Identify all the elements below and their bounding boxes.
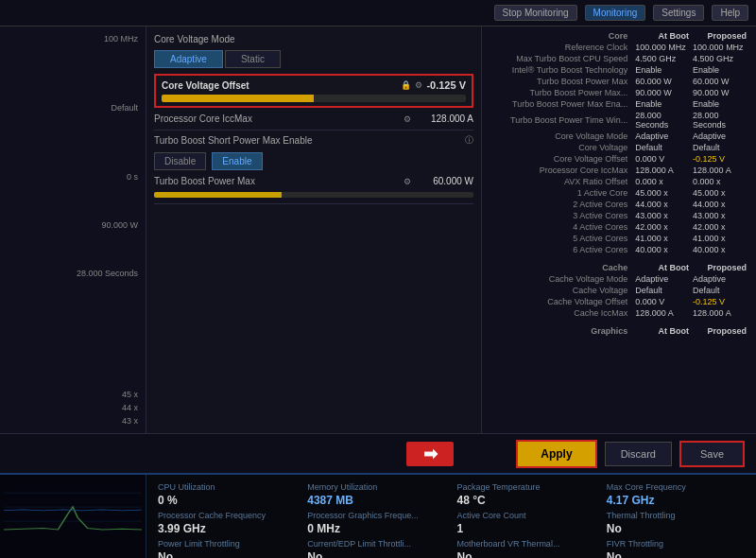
core-voltage-offset-label: Core Voltage Offset xyxy=(162,80,249,91)
cache-at-boot-header: At Boot xyxy=(633,262,691,273)
table-row: Core Voltage Offset0.000 V-0.125 V xyxy=(490,153,748,165)
stat-value-power-limit: No xyxy=(158,550,296,558)
row-at-boot: Adaptive xyxy=(633,131,691,142)
row-at-boot: 90.000 W xyxy=(633,87,691,98)
cpu-graph-svg xyxy=(4,479,142,535)
voltage-offset-slider[interactable] xyxy=(162,95,466,102)
power-max-slider[interactable] xyxy=(154,192,473,198)
row-at-boot: 0.000 V xyxy=(633,296,691,307)
stat-label-graphics-freq: Processor Graphics Freque... xyxy=(307,511,445,520)
help-btn[interactable]: Help xyxy=(712,5,748,21)
turbo-boost-short-label: Turbo Boost Short Power Max Enable xyxy=(154,135,459,146)
cache-proposed-header: Proposed xyxy=(691,262,748,273)
stat-value-edp: No xyxy=(307,550,445,558)
table-row: Turbo Boost Power Time Win...28.000 Seco… xyxy=(490,110,748,131)
power-icon: ⚙ xyxy=(404,177,411,186)
table-row: 2 Active Cores44.000 x44.000 x xyxy=(490,199,748,210)
row-at-boot: 40.000 x xyxy=(633,244,691,255)
right-panel: Core At Boot Proposed Reference Clock100… xyxy=(482,26,756,433)
save-button[interactable]: Save xyxy=(679,441,745,467)
stat-value-graphics-freq: 0 MHz xyxy=(307,522,445,535)
table-row: 6 Active Cores40.000 x40.000 x xyxy=(490,244,748,255)
discard-button[interactable]: Discard xyxy=(605,442,672,466)
row-proposed: 100.000 MHz xyxy=(691,42,748,53)
info-table: Core At Boot Proposed Reference Clock100… xyxy=(490,30,748,337)
row-at-boot: 4.500 GHz xyxy=(633,53,691,64)
divider-1 xyxy=(154,130,473,131)
info-icon: ⚙ xyxy=(415,80,422,90)
bottom-graph: 5 Minutes xyxy=(0,475,146,558)
apply-button[interactable]: Apply xyxy=(516,440,596,468)
action-bar: ➡ Apply Discard Save xyxy=(0,433,756,473)
row-proposed: Enable xyxy=(691,98,748,110)
row-label: Processor Core IccMax xyxy=(490,165,633,176)
stat-package-temp: Package Temperature 48 °C xyxy=(457,482,595,507)
row-at-boot: 0.000 x xyxy=(633,176,691,187)
stat-value-thermal: No xyxy=(607,522,745,535)
main-layout: 100 MHz Default 0 s 90.000 W 28.000 Seco… xyxy=(0,26,756,433)
stat-cache-freq: Processor Cache Frequency 3.99 GHz xyxy=(158,511,296,535)
row-label: Turbo Boost Power Max... xyxy=(490,87,633,98)
at-boot-header: At Boot xyxy=(633,30,691,42)
sidebar-label-43x: 43 x xyxy=(4,416,142,426)
core-voltage-offset-box: Core Voltage Offset 🔒 ⚙ -0.125 V xyxy=(154,74,473,108)
static-btn[interactable]: Static xyxy=(225,50,281,68)
sidebar-label-0s: 0 s xyxy=(4,172,142,182)
table-row: Turbo Boost Power Max60.000 W60.000 W xyxy=(490,76,748,87)
enable-disable-group: Disable Enable xyxy=(154,152,473,170)
turbo-boost-power-row: Turbo Boost Power Max ⚙ 60.000 W xyxy=(154,176,473,186)
enable-btn[interactable]: Enable xyxy=(212,152,262,170)
table-row: Cache Voltage Offset0.000 V-0.125 V xyxy=(490,296,748,307)
stat-value-memory: 4387 MB xyxy=(307,494,445,507)
core-voltage-offset-value: -0.125 V xyxy=(426,79,466,91)
adaptive-btn[interactable]: Adaptive xyxy=(154,50,223,68)
graphics-at-boot-header: At Boot xyxy=(633,325,691,337)
row-at-boot: 43.000 x xyxy=(633,210,691,221)
row-proposed: 41.000 x xyxy=(691,233,748,244)
table-row: Turbo Boost Power Max...90.000 W90.000 W xyxy=(490,87,748,98)
left-sidebar: 100 MHz Default 0 s 90.000 W 28.000 Seco… xyxy=(0,26,146,433)
row-proposed: 0.000 x xyxy=(691,176,748,187)
row-label: Max Turbo Boost CPU Speed xyxy=(490,53,633,64)
monitoring-btn[interactable]: Monitoring xyxy=(585,5,646,21)
stat-label-temp: Package Temperature xyxy=(457,482,595,492)
disable-btn[interactable]: Disable xyxy=(154,152,206,170)
table-row: Cache Voltage ModeAdaptiveAdaptive xyxy=(490,273,748,285)
row-label: Turbo Boost Power Max xyxy=(490,76,633,87)
sidebar-label-seconds: 28.000 Seconds xyxy=(4,269,142,278)
core-header-row: Core At Boot Proposed xyxy=(490,30,748,42)
row-label: Turbo Boost Power Time Win... xyxy=(490,110,633,131)
row-proposed: Enable xyxy=(691,64,748,76)
sidebar-label-default: Default xyxy=(4,103,142,113)
row-label: Cache Voltage xyxy=(490,285,633,296)
row-proposed-highlight: -0.125 V xyxy=(691,296,748,307)
row-label: 2 Active Cores xyxy=(490,199,633,210)
row-label: Cache Voltage Offset xyxy=(490,296,633,307)
row-label: Cache IccMax xyxy=(490,307,633,319)
row-label: Turbo Boost Power Max Ena... xyxy=(490,98,633,110)
stat-value-cpu: 0 % xyxy=(158,494,296,507)
processor-iccmax-value: 128.000 A xyxy=(417,113,473,124)
row-proposed: 44.000 x xyxy=(691,199,748,210)
settings-btn[interactable]: Settings xyxy=(653,5,704,21)
row-label: 4 Active Cores xyxy=(490,221,633,233)
stat-label-power-limit: Power Limit Throttling xyxy=(158,539,296,549)
stat-label-thermal: Thermal Throttling xyxy=(607,511,745,520)
graphics-section-label: Graphics xyxy=(490,325,633,337)
row-proposed: 128.000 A xyxy=(691,165,748,176)
stat-label-mobo: Motherboard VR Thermal... xyxy=(457,539,595,549)
table-row: 5 Active Cores41.000 x41.000 x xyxy=(490,233,748,244)
stop-monitoring-btn[interactable]: Stop Monitoring xyxy=(494,5,577,21)
stat-graphics-freq: Processor Graphics Freque... 0 MHz xyxy=(307,511,445,535)
adaptive-static-toggle: Adaptive Static xyxy=(154,50,473,68)
row-proposed: 128.000 A xyxy=(691,307,748,319)
row-at-boot: Adaptive xyxy=(633,273,691,285)
graphics-proposed-header: Proposed xyxy=(691,325,748,337)
row-proposed: Default xyxy=(691,285,748,296)
turbo-boost-short-row: Turbo Boost Short Power Max Enable ⓘ xyxy=(154,134,473,147)
turbo-short-info-icon: ⓘ xyxy=(465,134,473,147)
row-label: 3 Active Cores xyxy=(490,210,633,221)
stat-label-memory: Memory Utilization xyxy=(307,482,445,492)
stat-power-limit: Power Limit Throttling No xyxy=(158,539,296,558)
stat-edp-limit: Current/EDP Limit Throttli... No xyxy=(307,539,445,558)
